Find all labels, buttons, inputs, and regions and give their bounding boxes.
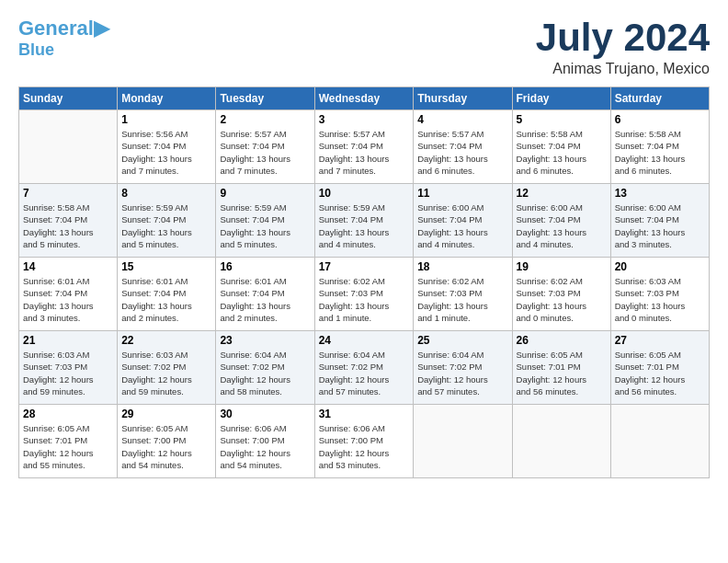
calendar-cell: 4Sunrise: 5:57 AM Sunset: 7:04 PM Daylig… <box>414 110 512 184</box>
calendar-cell: 18Sunrise: 6:02 AM Sunset: 7:03 PM Dayli… <box>414 258 512 331</box>
day-info: Sunrise: 6:01 AM Sunset: 7:04 PM Dayligh… <box>23 275 113 324</box>
day-number: 10 <box>319 187 410 200</box>
column-header-thursday: Thursday <box>414 87 512 110</box>
day-info: Sunrise: 6:01 AM Sunset: 7:04 PM Dayligh… <box>121 275 211 324</box>
day-info: Sunrise: 6:06 AM Sunset: 7:00 PM Dayligh… <box>319 422 410 471</box>
day-info: Sunrise: 6:02 AM Sunset: 7:03 PM Dayligh… <box>517 275 607 324</box>
day-info: Sunrise: 6:00 AM Sunset: 7:04 PM Dayligh… <box>417 201 507 250</box>
calendar-cell: 12Sunrise: 6:00 AM Sunset: 7:04 PM Dayli… <box>512 184 610 258</box>
day-number: 22 <box>121 334 211 347</box>
day-number: 18 <box>417 260 507 273</box>
calendar-cell: 13Sunrise: 6:00 AM Sunset: 7:04 PM Dayli… <box>610 184 709 258</box>
day-number: 3 <box>319 113 410 126</box>
day-info: Sunrise: 5:57 AM Sunset: 7:04 PM Dayligh… <box>417 128 507 177</box>
day-number: 21 <box>23 334 113 347</box>
day-info: Sunrise: 6:00 AM Sunset: 7:04 PM Dayligh… <box>517 201 607 250</box>
day-number: 14 <box>23 260 113 273</box>
day-number: 31 <box>319 408 410 420</box>
calendar-week-row: 1Sunrise: 5:56 AM Sunset: 7:04 PM Daylig… <box>19 110 710 184</box>
day-number: 19 <box>517 260 607 273</box>
calendar-cell: 14Sunrise: 6:01 AM Sunset: 7:04 PM Dayli… <box>19 258 118 331</box>
calendar-cell: 10Sunrise: 5:59 AM Sunset: 7:04 PM Dayli… <box>314 184 414 258</box>
day-info: Sunrise: 5:59 AM Sunset: 7:04 PM Dayligh… <box>220 201 310 250</box>
calendar-cell: 31Sunrise: 6:06 AM Sunset: 7:00 PM Dayli… <box>314 405 414 478</box>
calendar-cell: 1Sunrise: 5:56 AM Sunset: 7:04 PM Daylig… <box>118 110 216 184</box>
day-info: Sunrise: 5:59 AM Sunset: 7:04 PM Dayligh… <box>319 201 410 250</box>
day-info: Sunrise: 6:03 AM Sunset: 7:03 PM Dayligh… <box>615 275 705 324</box>
day-number: 24 <box>319 334 410 347</box>
day-number: 12 <box>517 187 607 200</box>
day-info: Sunrise: 6:06 AM Sunset: 7:00 PM Dayligh… <box>220 422 310 471</box>
calendar-cell: 7Sunrise: 5:58 AM Sunset: 7:04 PM Daylig… <box>19 184 118 258</box>
calendar-cell: 8Sunrise: 5:59 AM Sunset: 7:04 PM Daylig… <box>118 184 216 258</box>
calendar-header-row: SundayMondayTuesdayWednesdayThursdayFrid… <box>19 87 710 110</box>
day-number: 13 <box>615 187 705 200</box>
day-info: Sunrise: 5:58 AM Sunset: 7:04 PM Dayligh… <box>23 201 113 250</box>
calendar-cell: 5Sunrise: 5:58 AM Sunset: 7:04 PM Daylig… <box>512 110 610 184</box>
day-info: Sunrise: 5:59 AM Sunset: 7:04 PM Dayligh… <box>121 201 211 250</box>
day-number: 17 <box>319 260 410 273</box>
location-title: Animas Trujano, Mexico <box>536 61 710 77</box>
calendar-cell: 3Sunrise: 5:57 AM Sunset: 7:04 PM Daylig… <box>314 110 414 184</box>
day-info: Sunrise: 6:00 AM Sunset: 7:04 PM Dayligh… <box>615 201 705 250</box>
month-title: July 2024 <box>536 18 710 57</box>
day-info: Sunrise: 6:03 AM Sunset: 7:03 PM Dayligh… <box>23 349 113 397</box>
day-info: Sunrise: 6:05 AM Sunset: 7:00 PM Dayligh… <box>121 422 211 471</box>
day-number: 4 <box>417 113 507 126</box>
calendar-cell: 6Sunrise: 5:58 AM Sunset: 7:04 PM Daylig… <box>610 110 709 184</box>
calendar-cell <box>19 110 118 184</box>
day-info: Sunrise: 5:58 AM Sunset: 7:04 PM Dayligh… <box>615 128 705 177</box>
calendar-week-row: 28Sunrise: 6:05 AM Sunset: 7:01 PM Dayli… <box>19 405 710 478</box>
day-number: 28 <box>23 408 113 420</box>
calendar-cell: 15Sunrise: 6:01 AM Sunset: 7:04 PM Dayli… <box>118 258 216 331</box>
logo-general: General <box>18 17 94 40</box>
day-number: 23 <box>220 334 310 347</box>
logo-blue-text: Blue <box>18 40 54 59</box>
calendar-cell: 28Sunrise: 6:05 AM Sunset: 7:01 PM Dayli… <box>19 405 118 478</box>
calendar-cell: 23Sunrise: 6:04 AM Sunset: 7:02 PM Dayli… <box>216 331 314 405</box>
calendar-cell: 20Sunrise: 6:03 AM Sunset: 7:03 PM Dayli… <box>610 258 709 331</box>
day-number: 26 <box>517 334 607 347</box>
column-header-monday: Monday <box>118 87 216 110</box>
column-header-sunday: Sunday <box>19 87 118 110</box>
calendar-cell: 24Sunrise: 6:04 AM Sunset: 7:02 PM Dayli… <box>314 331 414 405</box>
day-number: 1 <box>121 113 211 126</box>
day-number: 7 <box>23 187 113 200</box>
day-info: Sunrise: 6:05 AM Sunset: 7:01 PM Dayligh… <box>517 349 607 397</box>
day-info: Sunrise: 6:04 AM Sunset: 7:02 PM Dayligh… <box>319 349 410 397</box>
day-info: Sunrise: 5:58 AM Sunset: 7:04 PM Dayligh… <box>517 128 607 177</box>
day-number: 8 <box>121 187 211 200</box>
day-info: Sunrise: 6:01 AM Sunset: 7:04 PM Dayligh… <box>220 275 310 324</box>
calendar-cell: 19Sunrise: 6:02 AM Sunset: 7:03 PM Dayli… <box>512 258 610 331</box>
day-info: Sunrise: 5:57 AM Sunset: 7:04 PM Dayligh… <box>319 128 410 177</box>
day-info: Sunrise: 6:03 AM Sunset: 7:02 PM Dayligh… <box>121 349 211 397</box>
calendar-cell: 9Sunrise: 5:59 AM Sunset: 7:04 PM Daylig… <box>216 184 314 258</box>
day-number: 9 <box>220 187 310 200</box>
calendar-cell: 22Sunrise: 6:03 AM Sunset: 7:02 PM Dayli… <box>118 331 216 405</box>
day-number: 11 <box>417 187 507 200</box>
calendar-cell: 29Sunrise: 6:05 AM Sunset: 7:00 PM Dayli… <box>118 405 216 478</box>
calendar-cell <box>414 405 512 478</box>
calendar-week-row: 14Sunrise: 6:01 AM Sunset: 7:04 PM Dayli… <box>19 258 710 331</box>
day-number: 27 <box>615 334 705 347</box>
calendar-table: SundayMondayTuesdayWednesdayThursdayFrid… <box>18 86 710 478</box>
day-info: Sunrise: 6:02 AM Sunset: 7:03 PM Dayligh… <box>319 275 410 324</box>
calendar-cell: 30Sunrise: 6:06 AM Sunset: 7:00 PM Dayli… <box>216 405 314 478</box>
day-number: 30 <box>220 408 310 420</box>
day-number: 15 <box>121 260 211 273</box>
calendar-week-row: 7Sunrise: 5:58 AM Sunset: 7:04 PM Daylig… <box>19 184 710 258</box>
calendar-cell: 26Sunrise: 6:05 AM Sunset: 7:01 PM Dayli… <box>512 331 610 405</box>
day-info: Sunrise: 6:04 AM Sunset: 7:02 PM Dayligh… <box>417 349 507 397</box>
title-block: July 2024 Animas Trujano, Mexico <box>536 18 710 77</box>
column-header-tuesday: Tuesday <box>216 87 314 110</box>
day-info: Sunrise: 5:57 AM Sunset: 7:04 PM Dayligh… <box>220 128 310 177</box>
calendar-cell: 17Sunrise: 6:02 AM Sunset: 7:03 PM Dayli… <box>314 258 414 331</box>
day-info: Sunrise: 5:56 AM Sunset: 7:04 PM Dayligh… <box>121 128 211 177</box>
calendar-cell: 16Sunrise: 6:01 AM Sunset: 7:04 PM Dayli… <box>216 258 314 331</box>
calendar-cell: 27Sunrise: 6:05 AM Sunset: 7:01 PM Dayli… <box>610 331 709 405</box>
logo-blue: ▶ <box>94 17 109 40</box>
day-number: 29 <box>121 408 211 420</box>
day-number: 25 <box>417 334 507 347</box>
day-number: 16 <box>220 260 310 273</box>
calendar-cell: 25Sunrise: 6:04 AM Sunset: 7:02 PM Dayli… <box>414 331 512 405</box>
